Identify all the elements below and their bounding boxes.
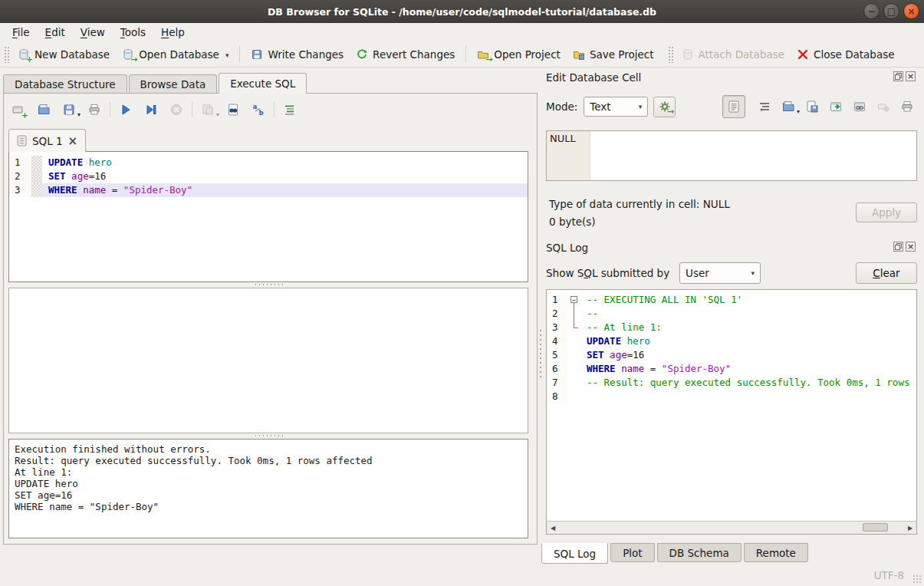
submitter-select[interactable]: User ▾ bbox=[679, 262, 761, 284]
results-log-splitter[interactable] bbox=[8, 433, 528, 438]
mode-select[interactable]: Text ▾ bbox=[584, 97, 648, 117]
tab-remote[interactable]: Remote bbox=[744, 543, 808, 562]
attach-database-button: Attach Database bbox=[676, 45, 791, 64]
edit-cell-float-icon[interactable] bbox=[893, 71, 903, 81]
sql-toolbar-separator bbox=[192, 102, 192, 117]
execution-status-log: Execution finished without errors. Resul… bbox=[8, 439, 528, 538]
replace-icon[interactable]: ab bbox=[252, 103, 265, 117]
editor-results-splitter[interactable] bbox=[8, 282, 528, 287]
open-database-icon: → bbox=[122, 48, 134, 61]
set-null-icon bbox=[876, 100, 890, 114]
save-results-icon: ▾ bbox=[201, 103, 215, 117]
gear-icon: → bbox=[659, 100, 671, 113]
menu-tools[interactable]: Tools bbox=[113, 25, 153, 40]
open-in-external-icon[interactable] bbox=[829, 100, 843, 114]
title-bar: DB Browser for SQLite - /home/user/code/… bbox=[0, 0, 924, 23]
scroll-left-icon[interactable]: ◀ bbox=[547, 522, 559, 534]
encoding-indicator[interactable]: UTF-8 bbox=[874, 569, 904, 581]
print-cell-icon[interactable] bbox=[900, 100, 914, 114]
stop-execution-icon bbox=[169, 103, 183, 117]
new-database-icon: + bbox=[18, 48, 30, 61]
main-toolbar: + New Database → Open Database ▾ Write C… bbox=[0, 41, 924, 67]
write-changes-icon bbox=[251, 48, 263, 61]
revert-changes-label: Revert Changes bbox=[373, 48, 455, 61]
cell-null-gutter: NULL bbox=[547, 131, 590, 180]
tab-sql-log[interactable]: SQL Log bbox=[541, 543, 608, 564]
execute-current-line-icon[interactable] bbox=[144, 103, 158, 117]
export-cell-data-icon[interactable] bbox=[805, 100, 819, 114]
submitter-value: User bbox=[686, 267, 709, 279]
text-mode-button[interactable] bbox=[722, 95, 745, 118]
toolbar-separator bbox=[239, 46, 240, 63]
write-changes-button[interactable]: Write Changes bbox=[245, 45, 350, 64]
sql-toolbar-separator bbox=[110, 102, 110, 117]
open-sql-file-icon[interactable] bbox=[37, 103, 51, 117]
resize-grip[interactable] bbox=[912, 574, 922, 584]
print-sql-icon[interactable] bbox=[87, 103, 101, 117]
code-line: 1-- EXECUTING ALL IN 'SQL 1' bbox=[547, 293, 916, 307]
clear-log-button[interactable]: Clear bbox=[856, 262, 917, 284]
code-line: 2SET age=16 bbox=[9, 170, 528, 183]
log-horizontal-scrollbar[interactable]: ◀ ▶ bbox=[547, 521, 916, 534]
tab-browse-data[interactable]: Browse Data bbox=[129, 74, 218, 94]
format-sql-icon[interactable] bbox=[283, 103, 297, 117]
sql-document-tab[interactable]: SQL 1 × bbox=[8, 129, 86, 152]
menu-file[interactable]: File bbox=[5, 25, 38, 40]
open-database-dropdown-icon[interactable]: ▾ bbox=[225, 51, 229, 61]
menu-view[interactable]: View bbox=[73, 25, 113, 40]
svg-text:a: a bbox=[253, 103, 258, 110]
link-data-icon[interactable] bbox=[853, 100, 866, 114]
open-project-button[interactable]: → Open Project bbox=[471, 45, 567, 64]
dock-tab-bar: SQL Log Plot DB Schema Remote bbox=[541, 543, 811, 564]
sql-tab-close-icon[interactable]: × bbox=[68, 137, 78, 146]
code-line: 1UPDATE hero bbox=[9, 156, 528, 170]
scrollbar-thumb[interactable] bbox=[863, 523, 888, 532]
open-sql-tab-icon[interactable]: + bbox=[12, 103, 25, 117]
scroll-right-icon[interactable]: ▶ bbox=[904, 522, 916, 534]
import-cell-data-icon[interactable]: ▾ bbox=[781, 100, 795, 114]
pane-splitter[interactable] bbox=[538, 328, 543, 377]
sql-tab-label: SQL 1 bbox=[32, 135, 63, 147]
close-button[interactable]: × bbox=[903, 3, 919, 19]
sql-log-title: SQL Log bbox=[546, 242, 588, 254]
edit-cell-title: Edit Database Cell bbox=[546, 71, 641, 84]
word-wrap-icon[interactable] bbox=[758, 100, 771, 114]
sql-log-view: 1-- EXECUTING ALL IN 'SQL 1'2--3-- At li… bbox=[546, 289, 917, 535]
sql-log-close-icon[interactable]: × bbox=[906, 242, 916, 252]
toolbar-drag-handle[interactable] bbox=[668, 46, 673, 63]
open-database-button[interactable]: → Open Database ▾ bbox=[116, 45, 235, 64]
cell-type-info: Type of data currently in cell: NULL bbox=[549, 198, 730, 210]
save-project-button[interactable]: Save Project bbox=[567, 45, 660, 64]
minimize-button[interactable]: − bbox=[863, 3, 880, 19]
cell-value-editor[interactable]: NULL bbox=[546, 130, 917, 181]
menu-help[interactable]: Help bbox=[153, 25, 192, 40]
open-project-label: Open Project bbox=[494, 48, 561, 61]
tab-plot[interactable]: Plot bbox=[610, 543, 654, 562]
tab-db-schema[interactable]: DB Schema bbox=[657, 543, 742, 562]
revert-changes-button[interactable]: Revert Changes bbox=[350, 45, 461, 64]
find-in-sql-icon[interactable] bbox=[226, 103, 240, 117]
edit-cell-dock-header: Edit Database Cell × bbox=[546, 71, 917, 84]
cell-text-area[interactable] bbox=[590, 131, 916, 180]
save-sql-file-icon[interactable]: ▾ bbox=[62, 103, 76, 117]
menu-edit[interactable]: Edit bbox=[38, 25, 73, 40]
toolbar-drag-handle[interactable] bbox=[4, 46, 9, 63]
code-line: 7-- Result: query executed successfully.… bbox=[547, 376, 916, 390]
maximize-button[interactable]: □ bbox=[883, 3, 899, 19]
edit-cell-close-icon[interactable]: × bbox=[906, 71, 916, 81]
close-database-button[interactable]: Close Database bbox=[791, 45, 900, 64]
sql-editor[interactable]: 1UPDATE hero2SET age=163WHERE name = "Sp… bbox=[8, 151, 528, 282]
code-line: 4UPDATE hero bbox=[547, 334, 916, 348]
tab-database-structure[interactable]: Database Structure bbox=[3, 74, 127, 94]
code-line: 2-- bbox=[547, 307, 916, 321]
menu-bar: File Edit View Tools Help bbox=[0, 23, 924, 41]
query-results-panel bbox=[8, 288, 528, 433]
execute-all-icon[interactable] bbox=[119, 103, 133, 117]
tab-execute-sql[interactable]: Execute SQL bbox=[219, 73, 307, 94]
new-database-button[interactable]: + New Database bbox=[12, 45, 116, 64]
window-controls: − □ × bbox=[863, 3, 919, 19]
code-line: 5SET age=16 bbox=[547, 348, 916, 362]
apply-format-button[interactable]: → bbox=[653, 97, 676, 117]
sql-log-float-icon[interactable] bbox=[893, 242, 903, 252]
chevron-down-icon: ▾ bbox=[639, 103, 643, 110]
